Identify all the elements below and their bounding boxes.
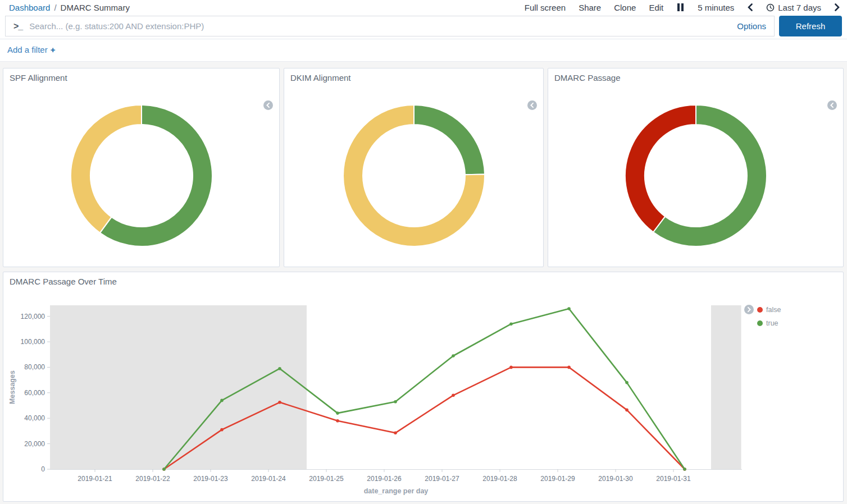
panel-title: DMARC Passage Over Time [3, 272, 843, 286]
time-range-label: Last 7 days [778, 3, 821, 12]
svg-text:60,000: 60,000 [24, 389, 45, 397]
time-range-button[interactable]: Last 7 days [766, 3, 821, 12]
spf-donut-chart[interactable] [69, 103, 215, 249]
svg-text:120,000: 120,000 [21, 313, 45, 320]
panel-dmarc-passage-over-time: DMARC Passage Over Time 020,00040,00060,… [3, 272, 844, 502]
svg-text:2019-01-31: 2019-01-31 [656, 475, 691, 483]
svg-text:0: 0 [41, 465, 45, 473]
svg-text:2019-01-26: 2019-01-26 [367, 475, 402, 483]
line-chart[interactable]: 020,00040,00060,00080,000100,000120,0002… [3, 272, 843, 501]
nav-menu: Full screen Share Clone Edit 5 minutes L… [525, 3, 840, 12]
legend-toggle-button[interactable] [263, 100, 273, 110]
page-title: DMARC Summary [61, 3, 130, 12]
panel-spf-alignment: SPF Allignment [3, 68, 280, 267]
panel-title: DKIM Alignment [284, 68, 543, 83]
svg-text:40,000: 40,000 [24, 414, 45, 422]
panel-title: SPF Allignment [3, 68, 279, 83]
refresh-button[interactable]: Refresh [779, 16, 842, 36]
legend-false-dot [757, 307, 763, 313]
top-nav-bar: Dashboard / DMARC Summary Full screen Sh… [0, 0, 847, 13]
svg-text:2019-01-29: 2019-01-29 [540, 475, 575, 483]
svg-text:2019-01-28: 2019-01-28 [482, 475, 517, 483]
svg-text:2019-01-22: 2019-01-22 [135, 475, 170, 483]
panel-title: DMARC Passage [548, 68, 843, 83]
svg-text:2019-01-24: 2019-01-24 [251, 475, 286, 483]
time-forward-button[interactable] [834, 3, 840, 11]
panel-dkim-alignment: DKIM Alignment [284, 68, 544, 267]
legend-true-dot [757, 320, 763, 326]
chevron-left-icon [747, 3, 753, 11]
time-back-button[interactable] [747, 3, 753, 11]
chart-legend: false true [744, 305, 781, 332]
dkim-donut-chart[interactable] [341, 103, 487, 249]
query-prompt-icon: >_ [13, 21, 22, 31]
legend-item-true[interactable]: true [766, 319, 778, 327]
search-input-container[interactable]: >_ Options [5, 16, 775, 36]
svg-text:2019-01-30: 2019-01-30 [598, 475, 633, 483]
svg-text:100,000: 100,000 [21, 338, 45, 346]
breadcrumb: Dashboard / DMARC Summary [9, 3, 130, 12]
refresh-interval-button[interactable]: 5 minutes [698, 3, 734, 12]
svg-text:80,000: 80,000 [24, 363, 45, 371]
add-filter-link[interactable]: Add a filter + [7, 45, 55, 54]
chevron-right-icon [834, 3, 840, 11]
plus-icon: + [51, 45, 56, 54]
share-button[interactable]: Share [579, 3, 601, 12]
full-screen-button[interactable]: Full screen [525, 3, 566, 12]
edit-button[interactable]: Edit [649, 3, 663, 12]
chevron-right-circle-icon [744, 305, 754, 314]
chevron-left-circle-icon [263, 100, 273, 110]
svg-text:Messages: Messages [8, 370, 16, 404]
svg-text:date_range per day: date_range per day [364, 487, 429, 495]
pause-icon [677, 3, 680, 11]
chevron-left-circle-icon [827, 100, 837, 110]
query-bar: >_ Options Refresh [0, 13, 847, 39]
clock-icon [766, 3, 775, 12]
breadcrumb-separator: / [54, 3, 56, 12]
options-link[interactable]: Options [737, 21, 766, 31]
panel-dmarc-passage: DMARC Passage [548, 68, 844, 267]
legend-item-false[interactable]: false [766, 306, 781, 314]
add-filter-label: Add a filter [7, 45, 48, 54]
svg-text:2019-01-25: 2019-01-25 [309, 475, 344, 483]
svg-text:20,000: 20,000 [24, 440, 45, 448]
dashboard-grid: SPF Allignment DKIM Alignment [0, 62, 847, 504]
svg-text:2019-01-27: 2019-01-27 [425, 475, 459, 483]
chevron-left-circle-icon [527, 100, 537, 110]
legend-toggle-button[interactable] [827, 100, 837, 110]
breadcrumb-dashboard-link[interactable]: Dashboard [9, 3, 50, 12]
legend-toggle-button[interactable] [527, 100, 537, 110]
pause-refresh-button[interactable] [676, 3, 685, 11]
filter-bar: Add a filter + [0, 39, 847, 62]
search-input[interactable] [29, 21, 731, 31]
legend-toggle-button[interactable] [744, 305, 754, 314]
dmarc-donut-chart[interactable] [623, 103, 769, 249]
clone-button[interactable]: Clone [614, 3, 636, 12]
svg-text:2019-01-23: 2019-01-23 [193, 475, 228, 483]
svg-text:2019-01-21: 2019-01-21 [78, 475, 112, 483]
